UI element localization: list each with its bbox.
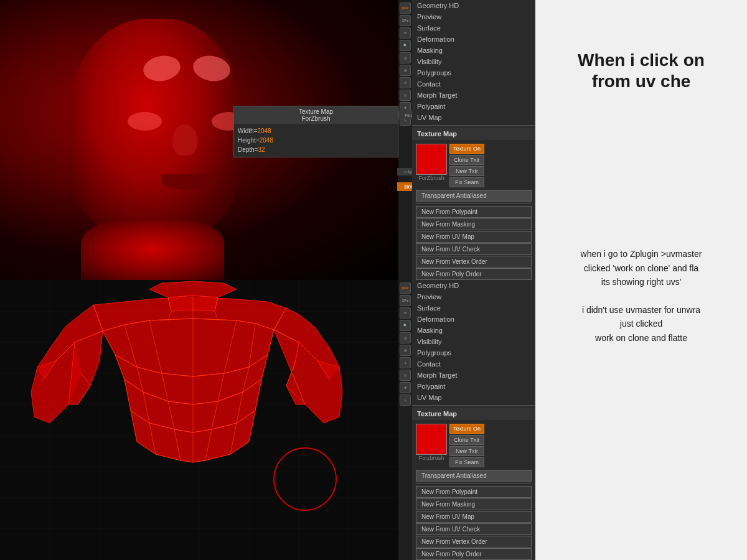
texture-buttons-bottom: Texture On Clone Txtr New Txtr Fix Seam [449,424,484,467]
face-nose [172,124,197,156]
vertical-toolbar-top: BPR SPix ⟳ 🔍 ◎ ⊞ ↺ ⊡ ✥ ⤡ [398,0,412,280]
menu-item-surface-top[interactable]: Surface [412,22,535,34]
fix-seam-btn-top[interactable]: Fix Seam [449,177,484,187]
question-line-2: clicked 'work on clone' and fla [584,263,698,273]
texture-popup-info: Width=2048 Height=2048 Depth=32 [234,124,398,157]
menu-item-contact-top[interactable]: Contact [412,78,535,90]
for-zbrush-label-top: ForZbrush [416,175,447,181]
texture-map-section-top: ForZbrush Texture On Clone Txtr New Txtr… [412,140,535,280]
width-value: 2048 [257,128,271,134]
texture-map-section-bottom: Forzbrush Texture On Clone Txtr New Txtr… [412,420,535,560]
texture-popup: Texture MapForZbrush Width=2048 Height=2… [233,106,398,157]
question-spacer [542,98,741,235]
new-from-masking-btn-bottom[interactable]: New From Masking [416,498,532,510]
vertical-toolbar-bottom: BPR SPix ⟳ 🔍 ◎ ⊞ ⊥ ⊡ ✥ ⤡ [398,280,412,560]
texture-preview-row-bottom: Forzbrush Texture On Clone Txtr New Txtr… [416,424,532,467]
face-highlight-right [191,53,232,84]
frame-icon-top[interactable]: ⊡ [400,90,411,101]
depth-value: 32 [258,146,265,153]
scroll-icon[interactable]: ⟳ [400,27,411,39]
new-from-poly-btn-top[interactable]: New From Poly Order [416,268,532,280]
menu-item-geometry-hd-bottom[interactable]: Geometry HD [412,280,535,291]
new-from-vertex-btn-top[interactable]: New From Vertex Order [416,256,532,268]
actual-icon[interactable]: ◎ [400,52,411,63]
menu-item-preview-top[interactable]: Preview [412,11,535,22]
uv-mesh-svg [0,280,398,560]
menu-item-contact-bottom[interactable]: Contact [412,358,535,370]
zoom-icon-bottom[interactable]: 🔍 [400,320,411,331]
transparent-btn-bottom[interactable]: Transparent Antialiased [416,470,532,482]
frame-icon-bottom[interactable]: ⊡ [400,370,411,381]
menu-item-geometry-hd-top[interactable]: Geometry HD [412,0,535,11]
bpr-icon-bottom[interactable]: BPR [400,282,411,294]
menu-bar-bottom: Geometry HD Preview Surface Deformation … [412,280,535,560]
svg-marker-28 [149,281,237,297]
viewport-bottom: BPR SPix ⟳ 🔍 ◎ ⊞ ⊥ ⊡ ✥ ⤡ Floor Local L:S… [0,280,535,560]
new-from-uv-check-btn-bottom[interactable]: New From UV Check [416,523,532,535]
texture-on-btn-bottom[interactable]: Texture On [449,424,484,434]
menu-item-morph-top[interactable]: Morph Target [412,90,535,101]
menu-item-surface-bottom[interactable]: Surface [412,302,535,314]
menu-item-deformation-top[interactable]: Deformation [412,34,535,45]
menu-item-preview-bottom[interactable]: Preview [412,291,535,302]
chest-area [81,218,224,280]
scroll-icon-bottom[interactable]: ⟳ [400,307,411,319]
new-from-masking-btn-top[interactable]: New From Masking [416,218,532,230]
actual-icon-bottom[interactable]: ◎ [400,332,411,343]
menu-item-deformation-bottom[interactable]: Deformation [412,314,535,325]
menu-item-polygroups-bottom[interactable]: Polygroups [412,347,535,358]
texture-map-title-bottom: Texture Map [412,408,535,420]
texture-buttons-top: Texture On Clone Txtr New Txtr Fix Seam [449,144,484,187]
menu-item-polypaint-bottom[interactable]: Polypaint [412,381,535,392]
menu-item-masking-top[interactable]: Masking [412,45,535,56]
face-highlight-left [141,53,182,84]
spix-icon-bottom[interactable]: SPix [400,295,411,306]
left-panel: Texture MapForZbrush Width=2048 Height=2… [0,0,535,560]
aahalf-icon[interactable]: ⊞ [400,65,411,76]
retro-icon[interactable]: ↺ [400,77,411,88]
viewport-top: Texture MapForZbrush Width=2048 Height=2… [0,0,535,280]
perp-icon-bottom[interactable]: ⊥ [400,357,411,368]
new-from-uv-map-btn-top[interactable]: New From UV Map [416,231,532,243]
zoom-icon[interactable]: 🔍 [400,40,411,51]
texture-on-btn-top[interactable]: Texture On [449,144,484,154]
new-from-vertex-btn-bottom[interactable]: New From Vertex Order [416,536,532,548]
texture-thumb-top[interactable] [416,144,447,175]
render-area-top: Texture MapForZbrush Width=2048 Height=2… [0,0,398,280]
move-icon-bottom[interactable]: ✥ [400,382,411,393]
question-line-4: i didn't use uvmaster for unwra [582,305,700,315]
question-text-bottom: when i go to Zplugin >uvmaster clicked '… [542,247,741,345]
bpr-icon[interactable]: BPR [400,2,411,14]
menu-item-visibility-bottom[interactable]: Visibility [412,336,535,347]
new-from-polypaint-btn-top[interactable]: New From Polypaint [416,206,532,218]
menu-item-uvmap-top[interactable]: UV Map [412,112,535,123]
new-txtr-btn-top[interactable]: New Txtr [449,166,484,176]
question-line-3: its showing right uvs' [601,277,682,287]
new-from-uv-check-btn-top[interactable]: New From UV Check [416,243,532,255]
menu-item-uvmap-bottom[interactable]: UV Map [412,392,535,403]
aahalf-icon-bottom[interactable]: ⊞ [400,345,411,356]
menu-item-visibility-top[interactable]: Visibility [412,56,535,67]
question-text-top: When i click onfrom uv che [542,50,741,91]
clone-txtr-btn-bottom[interactable]: Clone Txtr [449,435,484,445]
spix-icon[interactable]: SPix [400,15,411,26]
question-line-5: just clicked [620,319,662,329]
new-from-uv-map-btn-bottom[interactable]: New From UV Map [416,511,532,523]
new-from-poly-btn-bottom[interactable]: New From Poly Order [416,548,532,560]
menu-item-morph-bottom[interactable]: Morph Target [412,370,535,381]
clone-txtr-btn-top[interactable]: Clone Txtr [449,155,484,165]
height-value: 2048 [260,137,273,144]
face-mouth [162,174,212,190]
face-head [68,19,243,236]
menu-item-polypaint-top[interactable]: Polypaint [412,101,535,112]
menu-item-masking-bottom[interactable]: Masking [412,325,535,336]
scale-icon-bottom[interactable]: ⤡ [400,394,411,406]
fix-seam-btn-bottom[interactable]: Fix Seam [449,457,484,467]
question-line-1: when i go to Zplugin >uvmaster [581,249,702,259]
menu-item-polygroups-top[interactable]: Polygroups [412,67,535,78]
new-txtr-btn-bottom[interactable]: New Txtr [449,446,484,456]
texture-thumb-bottom[interactable] [416,424,447,455]
new-from-polypaint-btn-bottom[interactable]: New From Polypaint [416,486,532,498]
transparent-btn-top[interactable]: Transparent Antialiased [416,190,532,202]
texture-map-title-top: Texture Map [412,128,535,140]
